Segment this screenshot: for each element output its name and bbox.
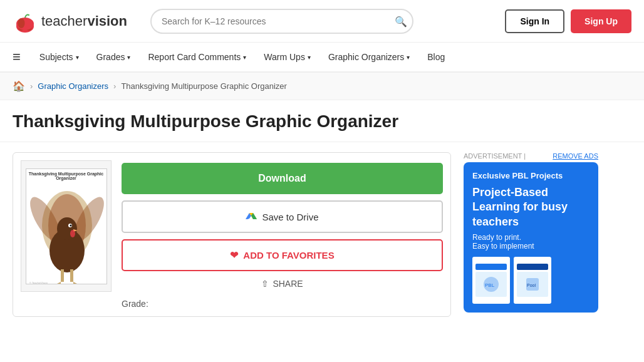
logo[interactable]: teachervision	[13, 9, 138, 34]
search-input[interactable]	[150, 9, 413, 34]
chevron-down-icon: ▾	[127, 54, 130, 61]
action-buttons: Download Save to Drive ❤ ADD TO FAVORITE…	[122, 160, 443, 309]
search-icon: 🔍	[395, 16, 407, 26]
home-icon[interactable]: 🏠	[13, 80, 25, 92]
svg-rect-16	[70, 269, 73, 282]
main-nav: ≡ Subjects▾ Grades▾ Report Card Comments…	[0, 43, 644, 73]
ad-sidebar: ADVERTISEMENT | REMOVE ADS Exclusive PBL…	[464, 152, 598, 317]
ad-card-sub2: Easy to implement	[472, 242, 589, 251]
share-button[interactable]: ⇧ SHARE	[122, 279, 443, 289]
resource-thumbnail: Thanksgiving Multipurpose Graphic Organi…	[21, 160, 112, 292]
chevron-down-icon: ▾	[308, 54, 311, 61]
svg-marker-17	[55, 282, 61, 284]
nav-item-graphic-organizers[interactable]: Graphic Organizers▾	[319, 42, 418, 72]
save-to-drive-button[interactable]: Save to Drive	[122, 200, 443, 233]
apple-icon	[13, 9, 38, 34]
auth-buttons: Sign In Sign Up	[505, 9, 631, 33]
hamburger-menu[interactable]: ≡	[13, 49, 21, 65]
search-bar: 🔍	[150, 9, 413, 34]
ad-book-covers: PBL Pool	[472, 257, 589, 304]
share-label: SHARE	[273, 279, 303, 289]
ad-card-sub1: Ready to print.	[472, 233, 589, 242]
breadcrumb-current: Thanksgiving Multipurpose Graphic Organi…	[121, 81, 286, 91]
signin-button[interactable]: Sign In	[505, 9, 564, 33]
chevron-down-icon: ▾	[243, 54, 246, 61]
thumbnail-title: Thanksgiving Multipurpose Graphic Organi…	[26, 172, 106, 180]
thumbnail-image: Thanksgiving Multipurpose Graphic Organi…	[26, 168, 107, 284]
svg-point-12	[70, 224, 71, 226]
svg-text:© TeacherVision: © TeacherVision	[29, 281, 48, 284]
ad-card[interactable]: Exclusive PBL Projects Project-Based Lea…	[464, 162, 598, 313]
chevron-down-icon: ▾	[407, 54, 410, 61]
ad-header-row: ADVERTISEMENT | REMOVE ADS	[464, 152, 598, 160]
search-button[interactable]: 🔍	[395, 15, 407, 27]
nav-item-blog[interactable]: Blog	[418, 42, 454, 72]
svg-marker-18	[73, 282, 80, 284]
svg-point-4	[18, 18, 25, 28]
svg-text:Pool: Pool	[527, 283, 536, 287]
nav-item-warm-ups[interactable]: Warm Ups▾	[255, 42, 319, 72]
ad-card-headline: Project-Based Learning for busy teachers	[472, 185, 589, 229]
nav-item-subjects[interactable]: Subjects▾	[31, 42, 88, 72]
advertisement-label: ADVERTISEMENT |	[464, 152, 549, 160]
nav-item-report-card[interactable]: Report Card Comments▾	[139, 42, 255, 72]
breadcrumb-separator: ›	[30, 81, 33, 91]
remove-ads-button[interactable]: REMOVE ADS	[553, 152, 598, 160]
share-icon: ⇧	[261, 279, 269, 289]
drive-icon	[246, 210, 257, 223]
header: teachervision 🔍 Sign In Sign Up	[0, 0, 644, 43]
breadcrumb: 🏠 › Graphic Organizers › Thanksgiving Mu…	[0, 73, 644, 100]
heart-icon: ❤	[230, 249, 238, 261]
logo-text: teachervision	[41, 13, 127, 29]
signup-button[interactable]: Sign Up	[571, 9, 631, 33]
chevron-down-icon: ▾	[76, 54, 79, 61]
page-title: Thanksgiving Multipurpose Graphic Organi…	[13, 111, 631, 132]
turkey-graphic: © TeacherVision	[26, 169, 107, 284]
svg-point-14	[70, 230, 75, 237]
ad-card-title: Exclusive PBL Projects	[472, 171, 589, 180]
grade-label: Grade:	[122, 299, 443, 309]
svg-rect-15	[61, 269, 64, 282]
page-title-section: Thanksgiving Multipurpose Graphic Organi…	[0, 100, 644, 142]
resource-card: Thanksgiving Multipurpose Graphic Organi…	[13, 152, 451, 317]
breadcrumb-link-graphic-organizers[interactable]: Graphic Organizers	[38, 81, 108, 91]
content-area: Thanksgiving Multipurpose Graphic Organi…	[0, 142, 644, 327]
save-to-drive-label: Save to Drive	[262, 212, 318, 222]
nav-item-grades[interactable]: Grades▾	[88, 42, 140, 72]
add-to-favorites-label: ADD TO FAVORITES	[243, 250, 334, 261]
svg-text:PBL: PBL	[485, 282, 495, 288]
download-button[interactable]: Download	[122, 163, 443, 194]
add-to-favorites-button[interactable]: ❤ ADD TO FAVORITES	[122, 239, 443, 271]
breadcrumb-separator: ›	[113, 81, 116, 91]
